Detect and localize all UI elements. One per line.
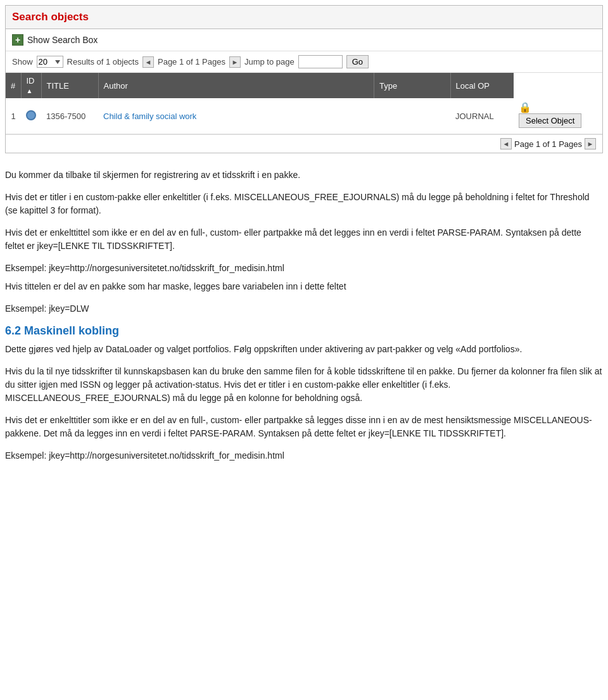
row-localop-cell: 🔒 Select Object xyxy=(514,98,602,134)
row-id: 1356-7500 xyxy=(41,98,98,134)
content-para-2: Hvis det er titler i en custom-pakke ell… xyxy=(5,191,603,217)
results-info: Results of 1 objects xyxy=(67,57,139,67)
next-page-button[interactable]: ► xyxy=(229,56,241,68)
jump-label: Jump to page xyxy=(244,57,294,67)
table-row: 1 1356-7500 Child & family social work J… xyxy=(6,98,602,134)
row-title[interactable]: Child & family social work xyxy=(98,98,374,134)
lock-icon: 🔒 xyxy=(519,102,531,113)
toggle-search-box-button[interactable]: + xyxy=(12,34,23,46)
pagination-row: Show 20 50 100 Results of 1 objects ◄ Pa… xyxy=(6,51,602,73)
jump-to-page-input[interactable] xyxy=(298,55,343,68)
results-table: # ID TITLE Author Type Local OP 1 1356-7… xyxy=(6,73,602,134)
select-object-button[interactable]: Select Object xyxy=(519,113,581,128)
content-para-5: Dette gjøres ved hjelp av DataLoader og … xyxy=(5,343,603,356)
page-info-top: Page 1 of 1 Pages xyxy=(158,57,225,67)
go-button[interactable]: Go xyxy=(346,55,369,68)
row-num: 1 xyxy=(6,98,21,134)
row-status-icon xyxy=(26,110,36,120)
row-icon-cell xyxy=(21,98,41,134)
row-author xyxy=(374,98,450,134)
table-bottom-pagination: ◄ Page 1 of 1 Pages ► xyxy=(6,134,602,153)
row-type: JOURNAL xyxy=(450,98,514,134)
example-3: Eksempel: jkey=http://norgesuniversitete… xyxy=(5,449,603,462)
next-page-button-bottom[interactable]: ► xyxy=(585,138,596,150)
page-info-bottom: Page 1 of 1 Pages xyxy=(514,139,582,149)
col-header-author: Author xyxy=(98,73,374,98)
show-search-box-row: + Show Search Box xyxy=(6,29,602,51)
page-wrapper: Search objects + Show Search Box Show 20… xyxy=(0,5,608,478)
example-2: Eksempel: jkey=DLW xyxy=(5,302,603,315)
col-header-localop: Local OP xyxy=(450,73,514,98)
search-panel-title: Search objects xyxy=(6,6,602,29)
col-header-type: Type xyxy=(374,73,450,98)
example-1: Eksempel: jkey=http://norgesuniversitete… xyxy=(5,262,603,275)
prev-page-button-bottom[interactable]: ◄ xyxy=(500,138,512,150)
show-label: Show xyxy=(12,57,33,67)
col-header-title: TITLE xyxy=(41,73,98,98)
col-header-id[interactable]: ID xyxy=(21,73,41,98)
content-para-1: Du kommer da tilbake til skjermen for re… xyxy=(5,169,603,182)
content-area: Du kommer da tilbake til skjermen for re… xyxy=(0,158,608,478)
content-para-7: Hvis det er enkelttitler som ikke er en … xyxy=(5,414,603,440)
content-para-4: Hvis tittelen er del av en pakke som har… xyxy=(5,280,603,293)
col-header-num: # xyxy=(6,73,21,98)
search-panel: Search objects + Show Search Box Show 20… xyxy=(5,5,603,153)
search-title-text: Search objects xyxy=(12,11,89,23)
content-para-3: Hvis det er enkelttittel som ikke er en … xyxy=(5,226,603,253)
prev-page-button[interactable]: ◄ xyxy=(142,56,154,68)
show-search-box-label: Show Search Box xyxy=(27,35,98,45)
section-heading: 6.2 Maskinell kobling xyxy=(5,324,603,338)
content-para-6: Hvis du la til nye tidsskrifter til kunn… xyxy=(5,365,603,405)
show-select[interactable]: 20 50 100 xyxy=(37,56,63,68)
